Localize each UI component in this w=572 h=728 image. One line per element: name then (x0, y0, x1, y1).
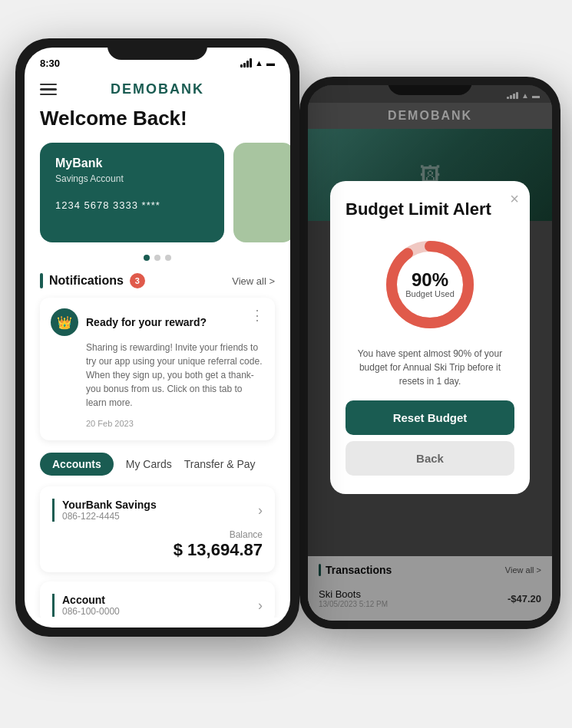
budget-alert-modal: × Budget Limit Alert 90% (330, 181, 530, 494)
carousel-dots (40, 255, 275, 261)
card-placeholder (233, 143, 290, 242)
account-card-header: YourBank Savings 086-122-4445 › (52, 499, 263, 522)
modal-description: You have spent almost 90% of your budget… (346, 347, 514, 388)
app-title: DEMOBANK (111, 81, 204, 97)
account-2-name: Account (62, 594, 120, 606)
account-card-2[interactable]: Account 086-100-0000 › (40, 581, 275, 618)
notifications-title-wrap: Notifications 3 (40, 273, 145, 288)
modal-close-button[interactable]: × (510, 190, 519, 208)
account-2-number: 086-100-0000 (62, 606, 120, 617)
notification-header: 👑 Ready for your reward? ⋮ (51, 308, 264, 336)
donut-label: Budget Used (405, 289, 455, 298)
section-bar-icon (40, 273, 43, 288)
signal-icon (240, 58, 252, 68)
balance-amount: $ 13,694.87 (174, 540, 263, 560)
donut-percent: 90% (405, 271, 455, 289)
account-card-1[interactable]: YourBank Savings 086-122-4445 › Balance … (40, 486, 275, 572)
status-time: 8:30 (40, 58, 60, 69)
donut-chart-container: 90% Budget Used (346, 235, 514, 334)
chevron-right-icon: › (258, 502, 263, 519)
notification-options[interactable]: ⋮ (250, 308, 264, 322)
reset-budget-button[interactable]: Reset Budget (346, 400, 514, 435)
back-phone-content: ▲ ▬ DEMOBANK 🖼 × Budget Limit Alert (308, 85, 552, 621)
notifications-header: Notifications 3 View all > (40, 273, 275, 288)
dot-1 (144, 255, 150, 261)
tab-accounts[interactable]: Accounts (40, 453, 114, 476)
account-number: 086-122-4445 (62, 511, 157, 522)
status-icons: ▲ ▬ (240, 58, 275, 68)
notification-icon: 👑 (51, 308, 78, 336)
card-number: 1234 5678 3333 **** (55, 199, 209, 211)
account-balance-row: Balance $ 13,694.87 (52, 529, 263, 560)
account-2-left: Account 086-100-0000 (52, 594, 120, 617)
donut-chart: 90% Budget Used (380, 235, 480, 334)
menu-button[interactable] (40, 84, 57, 96)
notification-card[interactable]: 👑 Ready for your reward? ⋮ Sharing is re… (40, 298, 275, 440)
card-bank-name: MyBank (55, 156, 209, 170)
dot-3 (165, 255, 171, 261)
notification-date: 20 Feb 2023 (51, 419, 134, 428)
balance-info: Balance $ 13,694.87 (174, 529, 263, 560)
back-phone: ▲ ▬ DEMOBANK 🖼 × Budget Limit Alert (299, 77, 560, 629)
phone-content: Welcome Back! MyBank Savings Account 123… (25, 107, 290, 618)
tab-transfer-pay[interactable]: Transfer & Pay (184, 458, 256, 470)
wifi-icon: ▲ (255, 58, 263, 68)
notifications-view-all[interactable]: View all > (232, 275, 275, 287)
card-account-type: Savings Account (55, 173, 209, 184)
notifications-title: Notifications (49, 274, 124, 288)
modal-overlay: × Budget Limit Alert 90% (308, 85, 552, 621)
notification-icon-title: 👑 Ready for your reward? (51, 308, 207, 336)
balance-label: Balance (174, 529, 263, 540)
notification-title: Ready for your reward? (86, 316, 207, 328)
modal-back-button[interactable]: Back (346, 441, 514, 476)
modal-title: Budget Limit Alert (346, 199, 514, 219)
front-phone: 8:30 ▲ ▬ DEMOBANK Welcome Back! (15, 38, 299, 637)
battery-icon: ▬ (266, 58, 275, 68)
front-notch (107, 38, 207, 60)
donut-center-text: 90% Budget Used (405, 271, 455, 298)
account-tabs: Accounts My Cards Transfer & Pay (40, 453, 275, 476)
account-name: YourBank Savings (62, 499, 157, 511)
chevron-right-2-icon: › (258, 598, 263, 614)
welcome-title: Welcome Back! (40, 107, 275, 130)
dot-2 (154, 255, 160, 261)
notifications-badge: 3 (130, 273, 145, 288)
account-card-2-header: Account 086-100-0000 › (52, 594, 263, 617)
tab-my-cards[interactable]: My Cards (126, 458, 172, 470)
account-left-bar: YourBank Savings 086-122-4445 (52, 499, 157, 522)
app-header: DEMOBANK (25, 75, 290, 107)
bank-card[interactable]: MyBank Savings Account 1234 5678 3333 **… (40, 143, 224, 242)
card-carousel: MyBank Savings Account 1234 5678 3333 **… (40, 143, 275, 242)
notification-body: Sharing is rewarding! Invite your friend… (51, 341, 264, 410)
